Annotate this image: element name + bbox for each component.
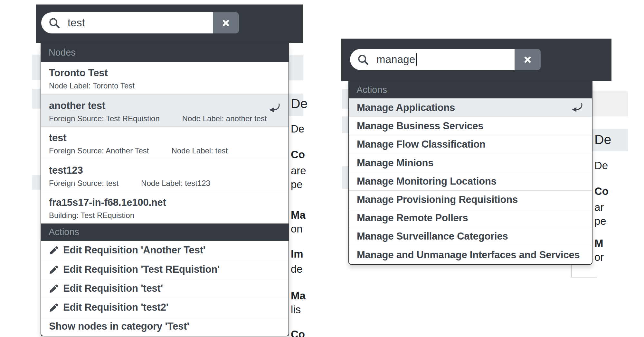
bg-row-strip [342,89,348,109]
search-input[interactable]: manage [350,49,515,70]
node-detail: Node Label: test123 [141,179,210,187]
action-label: Manage and Unmanage Interfaces and Servi… [357,249,580,261]
bg-text-fragment: M [594,237,603,250]
action-manage-flow-classification[interactable]: Manage Flow Classification [349,135,592,153]
action-edit-requisition-another-test[interactable]: Edit Requisition 'Another Test' [41,241,289,260]
action-edit-requisition-test2[interactable]: Edit Requisition 'test2' [41,298,289,317]
action-manage-monitoring-locations[interactable]: Manage Monitoring Locations [349,172,592,190]
enter-key-icon [268,103,280,113]
action-label: Edit Requisition 'test' [63,283,163,294]
node-title: fra15s17-in-f68.1e100.net [49,196,281,209]
search-field-left[interactable]: test [41,12,239,33]
action-label: Manage Minions [357,157,433,169]
action-label: Edit Requisition 'Test REquistion' [63,264,220,275]
search-field-right[interactable]: manage [350,49,541,70]
bg-row-strip [289,55,303,80]
close-icon [523,55,532,64]
section-header-actions: Actions [41,223,289,241]
action-manage-remote-pollers[interactable]: Manage Remote Pollers [349,209,592,227]
search-results-dropdown-left: Nodes Toronto Test Node Label: Toronto T… [41,43,289,336]
pencil-icon [49,303,59,312]
clear-search-button[interactable] [213,12,239,33]
search-header-right: manage [341,39,611,81]
node-detail: Foreign Source: Test REquistion [49,114,160,123]
node-title: test [49,131,281,145]
bg-row-strip [32,175,41,190]
action-label: Manage Applications [357,102,455,114]
search-icon [357,54,369,65]
action-label: Edit Requisition 'test2' [63,302,168,313]
bg-text-fragment: De [291,96,308,112]
bg-text-fragment: lis [291,303,301,316]
text-cursor [416,53,417,66]
search-header-left: test [36,5,303,43]
bg-row-strip [342,116,348,133]
bg-row-strip [342,166,348,189]
bg-row-strip [592,91,628,116]
screen: De De Co are pe Ma on Im de Ma lis Co De… [0,0,644,337]
bg-text-fragment: are [291,164,306,177]
action-manage-applications-selected[interactable]: Manage Applications [349,98,592,117]
node-title: Toronto Test [49,66,281,80]
section-header-nodes: Nodes [41,43,289,62]
action-manage-surveillance-categories[interactable]: Manage Surveillance Categories [349,227,592,245]
result-node-test123[interactable]: test123 Foreign Source: testNode Label: … [41,159,289,191]
bg-text-fragment: ar [594,201,604,214]
enter-key-icon [571,103,583,113]
node-detail: Node Label: test [171,146,228,155]
bg-text-fragment: De [594,159,608,172]
action-label: Manage Provisioning Requisitions [357,194,518,205]
bg-text-fragment: de [291,263,303,276]
bg-table-border [571,277,597,278]
action-label: Manage Flow Classification [357,139,486,150]
bg-text-fragment: De [291,123,304,135]
action-show-nodes-in-category-test[interactable]: Show nodes in category 'Test' [41,317,289,336]
action-manage-business-services[interactable]: Manage Business Services [349,117,592,135]
section-header-actions: Actions [349,81,592,98]
result-node-toronto-test[interactable]: Toronto Test Node Label: Toronto Test [41,62,289,94]
bg-text-fragment: Co [594,185,609,198]
pencil-icon [49,265,59,274]
action-label: Edit Requisition 'Another Test' [63,244,205,256]
search-value: manage [376,53,415,66]
action-manage-provisioning-requisitions[interactable]: Manage Provisioning Requisitions [349,190,592,209]
node-title: another test [49,99,281,113]
result-node-fra15s17[interactable]: fra15s17-in-f68.1e100.net Building: Test… [41,191,289,223]
bg-text-fragment: Im [291,248,303,260]
result-node-test[interactable]: test Foreign Source: Another TestNode La… [41,126,289,159]
section-label: Actions [356,85,387,95]
bg-text-fragment: pe [291,178,303,191]
search-icon [48,17,60,29]
bg-text-fragment: pe [594,215,606,228]
node-title: test123 [49,164,281,177]
action-label: Manage Surveillance Categories [357,231,508,242]
pencil-icon [49,284,59,293]
pencil-icon [49,245,59,255]
action-edit-requisition-test[interactable]: Edit Requisition 'test' [41,279,289,298]
action-edit-requisition-test-requistion[interactable]: Edit Requisition 'Test REquistion' [41,260,289,279]
search-results-dropdown-right: Actions Manage Applications Manage Busin… [348,81,592,265]
bg-text-fragment: Ma [291,209,306,222]
action-label: Manage Business Services [357,120,483,132]
node-detail: Node Label: Toronto Test [49,81,135,90]
bg-text-fragment: Ma [291,289,306,302]
result-node-another-test-selected[interactable]: another test Foreign Source: Test REquis… [41,94,289,127]
action-manage-minions[interactable]: Manage Minions [349,154,592,172]
action-label: Show nodes in category 'Test' [49,321,189,332]
action-manage-and-unmanage-interfaces-and-services[interactable]: Manage and Unmanage Interfaces and Servi… [349,246,592,264]
bg-table-border [571,265,572,278]
node-detail: Node Label: another test [182,114,267,123]
clear-search-button[interactable] [515,49,541,70]
bg-text-fragment: Co [291,148,305,161]
bg-text-fragment: Co [291,328,305,337]
search-value: test [68,17,85,29]
search-input[interactable]: test [41,12,213,33]
section-label: Nodes [49,47,76,58]
node-detail: Foreign Source: test [49,179,118,187]
node-detail: Building: Test REquistion [49,211,134,220]
node-detail: Foreign Source: Another Test [49,146,149,155]
close-icon [222,19,230,27]
action-label: Manage Monitoring Locations [357,176,497,187]
section-label: Actions [49,227,79,237]
bg-row-strip [32,55,41,80]
